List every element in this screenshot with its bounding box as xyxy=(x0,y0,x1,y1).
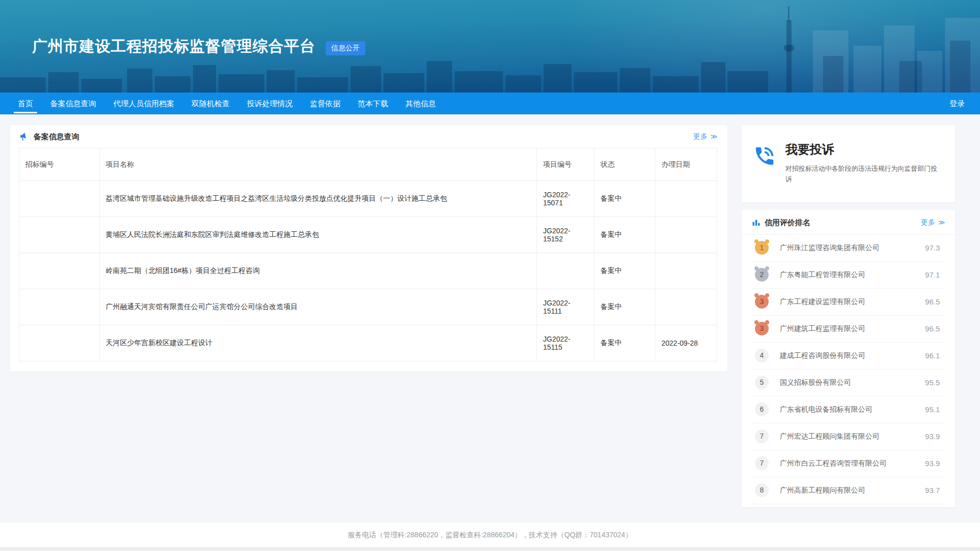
complaint-title: 我要投诉 xyxy=(785,141,941,158)
main-content: 备案信息查询 更多≫ 招标编号 项目名称 项目编号 xyxy=(0,114,980,523)
company-name: 广州市白云工程咨询管理有限公司 xyxy=(780,459,925,468)
records-more-link[interactable]: 更多≫ xyxy=(693,132,717,141)
double-chevron-icon: ≫ xyxy=(938,219,945,226)
table-column-header: 项目名称 xyxy=(100,148,537,181)
bar-chart-icon xyxy=(752,219,761,227)
credit-score: 96.5 xyxy=(925,297,940,306)
double-chevron-icon: ≫ xyxy=(710,133,717,140)
credit-score: 97.3 xyxy=(925,243,940,252)
cell-project-name: 广州融通天河宾馆有限责任公司广运宾馆分公司综合改造项目 xyxy=(100,289,537,325)
credit-score: 93.9 xyxy=(925,432,940,441)
main-nav: 首页 备案信息查询 代理人员信用档案 双随机检查 投诉处理情况 监督依据 范本下… xyxy=(0,93,980,114)
cell-date xyxy=(655,181,717,217)
ranking-item[interactable]: 7 广州宏达工程顾问集团有限公司 93.9 xyxy=(752,423,945,450)
table-column-header: 状态 xyxy=(594,148,655,181)
ranking-item[interactable]: 5 国义招标股份有限公司 95.5 xyxy=(752,370,945,396)
company-name: 建成工程咨询股份有限公司 xyxy=(780,351,925,360)
footer-bottom-strip xyxy=(0,547,980,551)
hero-banner: 广州市建设工程招投标监督管理综合平台 信息公开 xyxy=(0,0,980,93)
nav-tab[interactable]: 备案信息查询 xyxy=(42,93,105,114)
cell-date xyxy=(655,217,717,253)
table-row[interactable]: 荔湾区城市管理基础设施升级改造工程项目之荔湾区生活垃圾分类投放点优化提升项目（一… xyxy=(19,181,717,217)
cell-status: 备案中 xyxy=(594,325,655,361)
cell-project-name: 天河区少年宫新校区建设工程设计 xyxy=(100,325,537,361)
credit-score: 95.1 xyxy=(925,405,940,414)
ranking-item[interactable]: 6 广东省机电设备招标有限公司 95.1 xyxy=(752,396,945,423)
footer-contact-text: 服务电话（管理科:28866220，监督检查科:28866204），技术支持（Q… xyxy=(347,531,632,539)
company-name: 广州建筑工程监理有限公司 xyxy=(780,324,925,333)
company-name: 广州高新工程顾问有限公司 xyxy=(780,486,925,495)
ranking-item[interactable]: 8 广州高新工程顾问有限公司 93.7 xyxy=(752,477,945,504)
table-column-header: 办理日期 xyxy=(655,148,717,181)
cell-status: 备案中 xyxy=(594,217,655,253)
table-column-header: 招标编号 xyxy=(19,148,100,181)
rank-badge: 6 xyxy=(755,403,769,416)
company-name: 广东省机电设备招标有限公司 xyxy=(780,405,925,414)
cell-project-no: JG2022-15152 xyxy=(537,217,594,253)
rank-badge: 7 xyxy=(755,456,769,470)
cell-project-no: JG2022-15115 xyxy=(537,325,594,361)
cell-status: 备案中 xyxy=(594,289,655,325)
table-column-header: 项目编号 xyxy=(537,148,594,181)
credit-score: 96.5 xyxy=(925,324,940,333)
records-card-title: 备案信息查询 xyxy=(34,132,79,142)
phone-icon xyxy=(753,144,776,168)
credit-score: 93.7 xyxy=(925,486,940,495)
cell-project-no xyxy=(537,253,594,289)
cell-status: 备案中 xyxy=(594,253,655,289)
nav-tab[interactable]: 其他信息 xyxy=(397,93,445,114)
rank-badge: 2 xyxy=(755,268,769,282)
ranking-item[interactable]: 3 广州建筑工程监理有限公司 96.5 xyxy=(752,316,945,343)
nav-tab[interactable]: 首页 xyxy=(9,93,42,114)
cell-bid-no xyxy=(19,253,100,289)
nav-tab[interactable]: 双随机检查 xyxy=(183,93,238,114)
ranking-item[interactable]: 2 广东粤能工程管理有限公司 97.1 xyxy=(752,262,945,289)
cell-status: 备案中 xyxy=(594,181,655,217)
company-name: 广东粤能工程管理有限公司 xyxy=(780,270,925,280)
company-name: 广州珠江监理咨询集团有限公司 xyxy=(780,243,925,253)
cell-bid-no xyxy=(19,217,100,253)
cell-project-name: 岭南苑二期（北组团16#栋）项目全过程工程咨询 xyxy=(100,253,537,289)
ranking-item[interactable]: 1 广州珠江监理咨询集团有限公司 97.3 xyxy=(752,235,945,262)
ranking-card: 信用评价排名 更多≫ 1 广州珠江监理咨询集团有限公司 97.3 2 广东粤能工… xyxy=(742,210,955,507)
table-row[interactable]: 岭南苑二期（北组团16#栋）项目全过程工程咨询 备案中 xyxy=(19,253,717,289)
ranking-list: 1 广州珠江监理咨询集团有限公司 97.3 2 广东粤能工程管理有限公司 97.… xyxy=(752,235,945,504)
table-row[interactable]: 黄埔区人民法院长洲法庭和东院区审判法庭维修改造工程施工总承包 JG2022-15… xyxy=(19,217,717,253)
rank-badge: 3 xyxy=(755,295,769,309)
site-title: 广州市建设工程招投标监督管理综合平台 xyxy=(32,36,315,57)
nav-tab[interactable]: 投诉处理情况 xyxy=(238,93,301,114)
megaphone-icon xyxy=(19,132,29,142)
cell-bid-no xyxy=(19,181,100,217)
rank-badge: 7 xyxy=(755,430,769,443)
cell-date xyxy=(655,253,717,289)
cell-project-name: 荔湾区城市管理基础设施升级改造工程项目之荔湾区生活垃圾分类投放点优化提升项目（一… xyxy=(100,181,537,217)
cell-project-no: JG2022-15111 xyxy=(537,289,594,325)
table-header-row: 招标编号 项目名称 项目编号 状态 办理日期 xyxy=(19,148,717,181)
company-name: 广州宏达工程顾问集团有限公司 xyxy=(780,432,925,441)
ranking-item[interactable]: 3 广东工程建设监理有限公司 96.5 xyxy=(752,289,945,316)
credit-score: 96.1 xyxy=(925,351,940,360)
nav-tab[interactable]: 范本下载 xyxy=(349,93,397,114)
ranking-item[interactable]: 4 建成工程咨询股份有限公司 96.1 xyxy=(752,343,945,370)
nav-tab[interactable]: 监督依据 xyxy=(301,93,349,114)
ranking-card-title: 信用评价排名 xyxy=(765,218,810,228)
rank-badge: 1 xyxy=(755,241,769,255)
info-disclosure-badge[interactable]: 信息公开 xyxy=(326,41,365,55)
company-name: 国义招标股份有限公司 xyxy=(780,378,925,387)
ranking-more-link[interactable]: 更多≫ xyxy=(921,218,945,227)
complaint-card[interactable]: 我要投诉 对招投标活动中各阶段的违法违规行为向监督部门投诉 xyxy=(742,125,955,202)
ranking-item[interactable]: 7 广州市白云工程咨询管理有限公司 93.9 xyxy=(752,450,945,477)
rank-badge: 4 xyxy=(755,349,769,362)
credit-score: 93.9 xyxy=(925,459,940,468)
table-row[interactable]: 广州融通天河宾馆有限责任公司广运宾馆分公司综合改造项目 JG2022-15111… xyxy=(19,289,717,325)
login-link[interactable]: 登录 xyxy=(934,93,980,114)
cell-bid-no xyxy=(19,325,100,361)
records-table: 招标编号 项目名称 项目编号 状态 办理日期 xyxy=(19,148,717,361)
company-name: 广东工程建设监理有限公司 xyxy=(780,297,925,307)
cell-project-no: JG2022-15071 xyxy=(537,181,594,217)
table-row[interactable]: 天河区少年宫新校区建设工程设计 JG2022-15115 备案中 2022-09… xyxy=(19,325,717,361)
cell-date: 2022-09-28 xyxy=(655,325,717,361)
sidebar: 我要投诉 对招投标活动中各阶段的违法违规行为向监督部门投诉 信用评价排名 更多≫ xyxy=(742,125,955,507)
rank-badge: 8 xyxy=(755,483,769,497)
nav-tab[interactable]: 代理人员信用档案 xyxy=(105,93,183,114)
